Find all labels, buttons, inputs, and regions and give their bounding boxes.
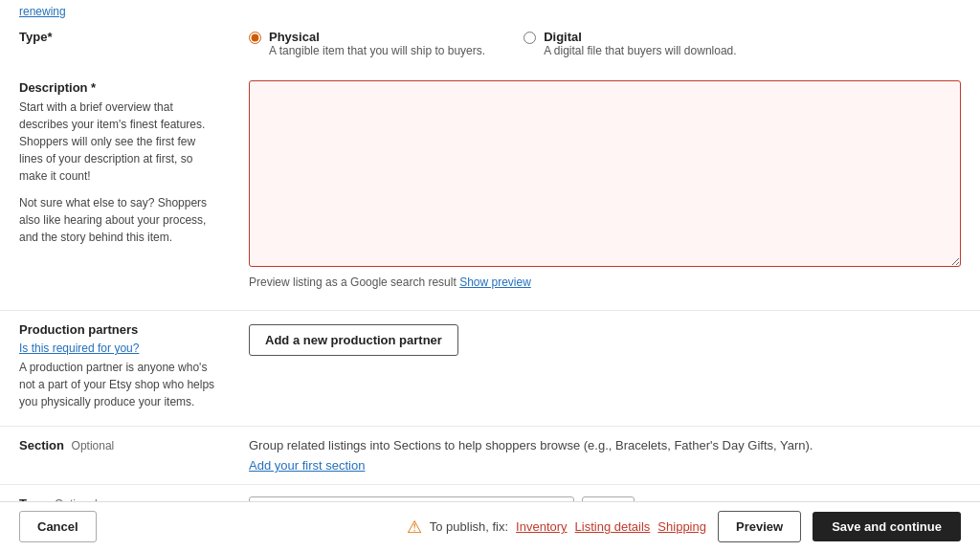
physical-desc: A tangible item that you will ship to bu… (269, 44, 485, 57)
description-textarea[interactable] (249, 80, 961, 267)
type-section: Type* Physical A tangible item that you … (0, 18, 980, 69)
preview-button[interactable]: Preview (718, 511, 801, 542)
digital-radio[interactable] (523, 32, 536, 44)
type-label: Type* (19, 30, 249, 44)
section-field: Section Optional Group related listings … (0, 426, 980, 484)
renewing-link[interactable]: renewing (19, 5, 66, 18)
fix-shipping-link[interactable]: Shipping (657, 519, 706, 534)
publish-fix-text: To publish, fix: (430, 519, 508, 534)
description-hint2: Not sure what else to say? Shoppers also… (19, 194, 220, 246)
production-partners-label: Production partners (19, 322, 220, 337)
required-link[interactable]: Is this required for you? (19, 342, 139, 355)
fix-inventory-link[interactable]: Inventory (516, 519, 567, 534)
description-hint1: Start with a brief overview that describ… (19, 99, 220, 185)
add-production-partner-button[interactable]: Add a new production partner (249, 324, 458, 356)
add-first-section-link[interactable]: Add your first section (249, 458, 365, 473)
production-partners-section: Production partners Is this required for… (0, 310, 980, 426)
section-hint: Group related listings into Sections to … (249, 438, 961, 452)
bottom-bar: Cancel ⚠ To publish, fix: Inventory List… (0, 501, 980, 551)
warning-icon: ⚠ (407, 517, 422, 538)
preview-listing-text: Preview listing as a Google search resul… (249, 276, 457, 289)
description-section: Description * Start with a brief overvie… (0, 69, 980, 310)
physical-label: Physical (269, 30, 485, 44)
section-optional: Optional (72, 439, 115, 452)
physical-radio[interactable] (249, 32, 261, 44)
show-preview-link[interactable]: Show preview (459, 276, 531, 289)
digital-label: Digital (544, 30, 736, 44)
fix-listing-details-link[interactable]: Listing details (575, 519, 651, 534)
save-continue-button[interactable]: Save and continue (813, 512, 961, 541)
cancel-button[interactable]: Cancel (19, 511, 97, 542)
digital-desc: A digital file that buyers will download… (544, 44, 736, 57)
tags-section: Tags Optional What words might someone u… (0, 484, 980, 501)
physical-option[interactable]: Physical A tangible item that you will s… (249, 30, 485, 57)
description-label: Description * (19, 80, 220, 95)
digital-option[interactable]: Digital A digital file that buyers will … (523, 30, 736, 57)
section-label: Section Optional (19, 438, 220, 452)
publish-warning: ⚠ To publish, fix: Inventory Listing det… (407, 517, 706, 538)
production-partners-hint: A production partner is anyone who's not… (19, 359, 220, 410)
